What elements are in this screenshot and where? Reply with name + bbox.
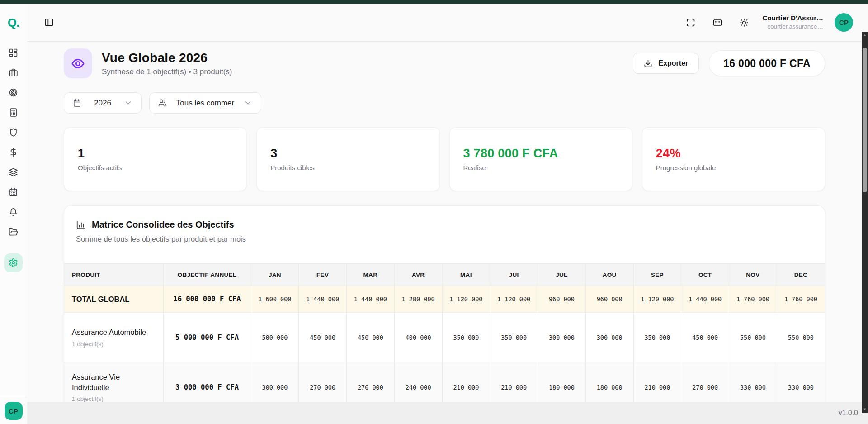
month-cell-dec: 1 760 000 bbox=[777, 286, 825, 313]
topbar-icon-group bbox=[686, 18, 749, 27]
shield-icon bbox=[9, 128, 18, 137]
sidebar-item-dollar[interactable] bbox=[4, 142, 24, 162]
vertical-scrollbar[interactable]: ▲ ▼ bbox=[862, 32, 868, 413]
product-cell: Assurance Automobile1 objectif(s) bbox=[64, 313, 163, 362]
month-cell-nov: 330 000 bbox=[729, 362, 777, 402]
month-cell-fev: 450 000 bbox=[299, 313, 347, 362]
stat-card-produits: 3 Produits cibles bbox=[256, 127, 439, 191]
month-cell-avr: 400 000 bbox=[394, 313, 442, 362]
eye-icon bbox=[71, 57, 85, 71]
product-name: Assurance Vie Individuelle bbox=[72, 372, 157, 392]
month-cell-avr: 240 000 bbox=[394, 362, 442, 402]
filters-row: 2026 Tous les commer bbox=[64, 92, 825, 114]
export-button[interactable]: Exporter bbox=[633, 53, 699, 74]
sidebar-item-layers[interactable] bbox=[4, 162, 24, 182]
settings-icon bbox=[9, 258, 18, 267]
user-avatar[interactable]: CP bbox=[835, 13, 853, 32]
month-cell-avr: 1 280 000 bbox=[394, 286, 442, 313]
month-cell-fev: 270 000 bbox=[299, 362, 347, 402]
chevron-down-icon bbox=[124, 99, 132, 107]
maximize-button[interactable] bbox=[686, 18, 695, 27]
month-cell-aou: 300 000 bbox=[585, 313, 633, 362]
sidebar-item-bell[interactable] bbox=[4, 202, 24, 222]
month-cell-fev: 1 440 000 bbox=[299, 286, 347, 313]
page-content: Vue Globale 2026 Synthese de 1 objectif(… bbox=[64, 48, 825, 402]
keyboard-button[interactable] bbox=[713, 18, 722, 27]
user-block[interactable]: Courtier D'Assur… courtier.assurance… bbox=[763, 14, 823, 31]
month-cell-jui: 210 000 bbox=[490, 362, 538, 402]
product-name: Assurance Automobile bbox=[72, 327, 157, 337]
briefcase-icon bbox=[9, 68, 18, 77]
sun-button[interactable] bbox=[740, 18, 749, 27]
top-accent-strip bbox=[0, 0, 868, 4]
month-cell-oct: 270 000 bbox=[681, 362, 729, 402]
dollar-icon bbox=[9, 148, 18, 157]
sidebar-item-folder[interactable] bbox=[4, 222, 24, 242]
stat-card-progression: 24% Progression globale bbox=[642, 127, 825, 191]
month-cell-mar: 270 000 bbox=[347, 362, 395, 402]
month-cell-nov: 1 760 000 bbox=[729, 286, 777, 313]
user-name: Courtier D'Assur… bbox=[763, 14, 823, 23]
stat-value: 3 780 000 F CFA bbox=[463, 147, 618, 161]
sidebar-user-avatar[interactable]: CP bbox=[5, 402, 23, 420]
commercial-filter-select[interactable]: Tous les commer bbox=[149, 92, 261, 114]
matrix-subtitle: Somme de tous les objectifs par produit … bbox=[76, 235, 813, 243]
year-filter-select[interactable]: 2026 bbox=[64, 92, 142, 114]
column-header-aou: AOU bbox=[585, 264, 633, 286]
page-icon-tile bbox=[64, 48, 92, 78]
chevron-down-icon bbox=[244, 99, 252, 107]
month-cell-sep: 210 000 bbox=[633, 362, 681, 402]
column-header-jan: JAN bbox=[251, 264, 299, 286]
scrollbar-down-arrow[interactable]: ▼ bbox=[862, 406, 868, 413]
sun-icon bbox=[740, 18, 749, 27]
matrix-header: Matrice Consolidee des Objectifs Somme d… bbox=[64, 206, 825, 263]
commercial-filter-value: Tous les commer bbox=[174, 99, 237, 108]
bar-chart-icon bbox=[76, 220, 86, 230]
scrollbar-thumb[interactable] bbox=[863, 48, 867, 192]
column-header-dec: DEC bbox=[777, 264, 825, 286]
month-cell-jan: 500 000 bbox=[251, 313, 299, 362]
page-title: Vue Globale 2026 bbox=[102, 51, 232, 65]
column-header-mai: MAI bbox=[442, 264, 490, 286]
product-cell: Assurance Vie Individuelle1 objectif(s) bbox=[64, 362, 163, 402]
sidebar-item-shield[interactable] bbox=[4, 122, 24, 142]
main-area: Vue Globale 2026 Synthese de 1 objectif(… bbox=[27, 42, 862, 402]
stats-row: 1 Objectifs actifs 3 Produits cibles 3 7… bbox=[64, 127, 825, 191]
sidebar-item-dashboard[interactable] bbox=[4, 43, 24, 62]
stat-card-objectifs: 1 Objectifs actifs bbox=[64, 127, 247, 191]
month-cell-mar: 1 440 000 bbox=[347, 286, 395, 313]
stat-value: 1 bbox=[78, 147, 233, 161]
sidebar-item-calendar[interactable] bbox=[4, 182, 24, 202]
month-cell-sep: 350 000 bbox=[633, 313, 681, 362]
month-cell-mai: 350 000 bbox=[442, 313, 490, 362]
user-email: courtier.assurance… bbox=[763, 23, 823, 31]
column-header-sep: SEP bbox=[633, 264, 681, 286]
sidebar-item-target[interactable] bbox=[4, 82, 24, 102]
sidebar-item-briefcase[interactable] bbox=[4, 62, 24, 82]
sidebar-item-settings[interactable] bbox=[4, 253, 23, 272]
page-header: Vue Globale 2026 Synthese de 1 objectif(… bbox=[64, 48, 825, 78]
scrollbar-up-arrow[interactable]: ▲ bbox=[862, 32, 868, 38]
month-cell-jul: 180 000 bbox=[538, 362, 586, 402]
app-logo: Q. bbox=[8, 4, 19, 42]
stat-card-realise: 3 780 000 F CFA Realise bbox=[449, 127, 632, 191]
total-amount-badge: 16 000 000 F CFA bbox=[709, 50, 825, 76]
column-header-produit: PRODUIT bbox=[64, 264, 163, 286]
maximize-icon bbox=[686, 18, 695, 27]
month-cell-aou: 960 000 bbox=[585, 286, 633, 313]
product-cell: TOTAL GLOBAL bbox=[64, 286, 163, 313]
app-version: v1.0.0 bbox=[838, 409, 858, 417]
month-cell-mai: 210 000 bbox=[442, 362, 490, 402]
column-header-oct: OCT bbox=[681, 264, 729, 286]
stat-label: Objectifs actifs bbox=[78, 164, 233, 172]
annual-objective-cell: 3 000 000 F CFA bbox=[163, 362, 251, 402]
sidebar-item-calculator[interactable] bbox=[4, 102, 24, 122]
topbar: Courtier D'Assur… courtier.assurance… CP bbox=[0, 4, 868, 42]
page-titles: Vue Globale 2026 Synthese de 1 objectif(… bbox=[102, 51, 232, 76]
calendar-icon bbox=[9, 187, 18, 197]
column-header-objectif-annuel: OBJECTIF ANNUEL bbox=[163, 264, 251, 286]
annual-objective-cell: 16 000 000 F CFA bbox=[163, 286, 251, 313]
sidebar-toggle-button[interactable] bbox=[44, 18, 54, 27]
matrix-title: Matrice Consolidee des Objectifs bbox=[92, 219, 234, 230]
sidebar-nav bbox=[4, 42, 24, 242]
